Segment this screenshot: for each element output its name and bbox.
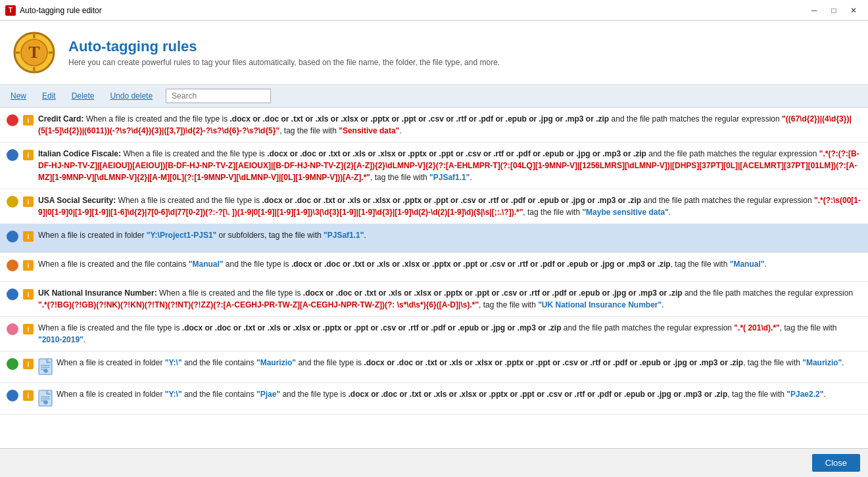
rule-row-2[interactable]: iItalian Codice Fiscale: When a file is … — [0, 143, 868, 189]
undo-delete-button[interactable]: Undo delete — [107, 90, 155, 102]
status-dot-8 — [7, 358, 18, 370]
new-button[interactable]: New — [8, 90, 29, 102]
rules-list: iCredit Card: When a file is created and… — [0, 108, 868, 448]
status-dot-7 — [7, 323, 18, 335]
rule-text-5: When a file is created and the file cont… — [38, 258, 861, 270]
page-title: Auto-tagging rules — [68, 38, 500, 55]
status-dot-9 — [7, 390, 18, 401]
close-button[interactable]: Close — [812, 454, 860, 472]
info-icon-9[interactable]: i — [22, 390, 34, 401]
window-controls: ─ □ ✕ — [805, 3, 863, 18]
rule-text-1: Credit Card: When a file is created and … — [38, 113, 861, 137]
window-title: Auto-tagging rule editor — [20, 6, 102, 15]
status-dot-1 — [7, 114, 18, 126]
status-dot-3 — [7, 196, 18, 208]
rule-row-9[interactable]: i When a file is created in folder "Y:\"… — [0, 383, 868, 415]
rule-row-3[interactable]: iUSA Social Security: When a file is cre… — [0, 189, 868, 224]
rule-text-4: When a file is created in folder "Y:\Pro… — [38, 229, 861, 241]
status-dot-2 — [7, 149, 18, 161]
rule-row-1[interactable]: iCredit Card: When a file is created and… — [0, 108, 868, 143]
bottom-bar: Close — [0, 448, 868, 477]
file-icon-9 — [38, 390, 53, 409]
status-dot-4 — [7, 231, 18, 242]
info-icon-7[interactable]: i — [22, 323, 34, 335]
rule-text-2: Italian Codice Fiscale: When a file is c… — [38, 148, 861, 183]
rule-text-7: When a file is created and the file type… — [38, 322, 861, 346]
status-dot-6 — [7, 288, 18, 300]
page-subtitle: Here you can create powerful rules to ta… — [68, 58, 500, 67]
rule-text-9: When a file is created in folder "Y:\" a… — [57, 388, 861, 400]
info-icon-3[interactable]: i — [22, 196, 34, 208]
rule-text-3: USA Social Security: When a file is crea… — [38, 194, 861, 218]
minimize-button[interactable]: ─ — [805, 3, 823, 18]
file-icon-8 — [38, 358, 53, 377]
header-area: T Auto-tagging rules Here you can create… — [0, 21, 868, 85]
app-logo: T — [13, 32, 55, 74]
rule-row-5[interactable]: iWhen a file is created and the file con… — [0, 253, 868, 282]
toolbar: New Edit Delete Undo delete — [0, 85, 868, 108]
rule-text-8: When a file is created in folder "Y:\" a… — [57, 357, 861, 369]
app-icon: T — [5, 5, 16, 16]
header-text: Auto-tagging rules Here you can create p… — [68, 38, 500, 67]
maximize-button[interactable]: □ — [825, 3, 843, 18]
info-icon-6[interactable]: i — [22, 288, 34, 300]
rule-row-6[interactable]: iUK National Insurance Number: When a fi… — [0, 282, 868, 317]
info-icon-1[interactable]: i — [22, 114, 34, 126]
search-input[interactable] — [166, 89, 271, 103]
info-icon-4[interactable]: i — [22, 231, 34, 242]
info-icon-8[interactable]: i — [22, 358, 34, 370]
rule-text-6: UK National Insurance Number: When a fil… — [38, 287, 861, 311]
edit-button[interactable]: Edit — [39, 90, 59, 102]
rule-row-8[interactable]: i When a file is created in folder "Y:\"… — [0, 352, 868, 383]
status-dot-5 — [7, 260, 18, 271]
rule-row-4[interactable]: iWhen a file is created in folder "Y:\Pr… — [0, 224, 868, 253]
title-bar-left: T Auto-tagging rule editor — [5, 5, 102, 16]
title-bar: T Auto-tagging rule editor ─ □ ✕ — [0, 0, 868, 21]
info-icon-5[interactable]: i — [22, 260, 34, 271]
info-icon-2[interactable]: i — [22, 149, 34, 161]
svg-text:T: T — [28, 43, 39, 62]
delete-button[interactable]: Delete — [69, 90, 97, 102]
close-window-button[interactable]: ✕ — [844, 3, 863, 18]
rule-row-7[interactable]: iWhen a file is created and the file typ… — [0, 317, 868, 352]
